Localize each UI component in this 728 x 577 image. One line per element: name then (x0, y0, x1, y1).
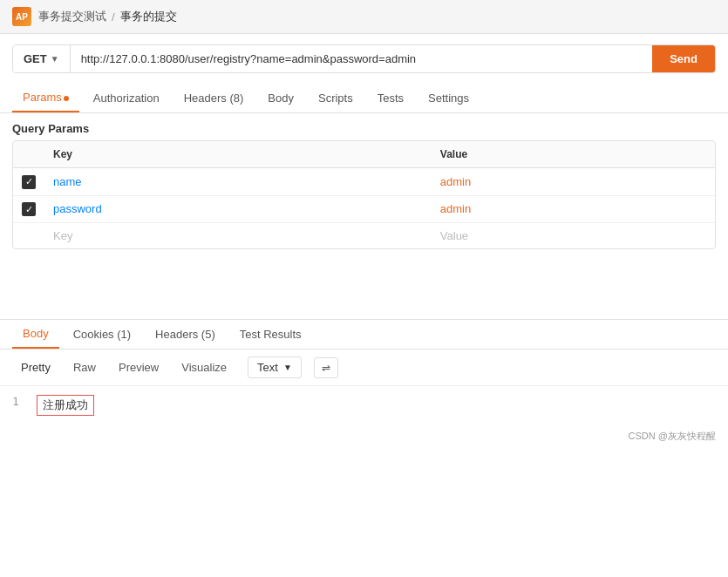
tab-settings[interactable]: Settings (418, 85, 480, 112)
table-row: Key Value (13, 223, 715, 249)
response-line: 1 注册成功 (12, 395, 716, 416)
tab-headers[interactable]: Headers (8) (173, 85, 255, 112)
col-key-header: Key (44, 141, 432, 168)
sub-tab-pretty[interactable]: Pretty (12, 357, 59, 377)
table-row: ✓ password admin (13, 195, 715, 223)
response-tab-cookies[interactable]: Cookies (1) (63, 321, 141, 348)
method-select[interactable]: GET ▼ (13, 45, 71, 72)
sub-tab-visualize[interactable]: Visualize (173, 357, 235, 377)
spacer (0, 249, 728, 319)
checkmark-icon: ✓ (25, 204, 33, 215)
breadcrumb-current[interactable]: 事务的提交 (120, 9, 177, 24)
row1-checkbox[interactable]: ✓ (22, 175, 36, 189)
tab-scripts[interactable]: Scripts (308, 85, 364, 112)
sub-tab-raw[interactable]: Raw (65, 357, 105, 377)
tab-params[interactable]: Params (12, 84, 79, 112)
query-params-label: Query Params (0, 113, 728, 140)
response-body: 1 注册成功 (0, 386, 728, 424)
url-input[interactable] (71, 45, 653, 72)
tab-tests[interactable]: Tests (367, 85, 414, 112)
wrap-lines-icon: ⇌ (322, 362, 330, 374)
line-number: 1 (12, 395, 26, 408)
breadcrumb-parent[interactable]: 事务提交测试 (38, 9, 106, 24)
sub-tab-preview[interactable]: Preview (110, 357, 167, 377)
method-label: GET (24, 52, 47, 65)
watermark: CSDN @灰灰快程醒 (629, 430, 716, 443)
format-chevron-icon: ▼ (283, 363, 292, 372)
row2-checkbox[interactable]: ✓ (22, 202, 36, 216)
app-logo: AP (12, 7, 31, 26)
tab-authorization[interactable]: Authorization (83, 85, 170, 112)
row3-checkbox-cell[interactable] (13, 223, 44, 249)
table-row: ✓ name admin (13, 168, 715, 196)
footer: CSDN @灰灰快程醒 (0, 424, 728, 448)
checkmark-icon: ✓ (25, 176, 33, 187)
response-tab-body[interactable]: Body (12, 320, 59, 349)
response-tabs: Body Cookies (1) Headers (5) Test Result… (0, 320, 728, 350)
format-select[interactable]: Text ▼ (248, 356, 302, 378)
params-dot (64, 96, 69, 101)
response-content: 注册成功 (37, 395, 94, 416)
tab-body[interactable]: Body (257, 85, 304, 112)
breadcrumb-separator: / (112, 10, 115, 24)
request-tabs: Params Authorization Headers (8) Body Sc… (0, 84, 728, 113)
params-table: Key Value ✓ name admin ✓ p (12, 140, 716, 249)
response-tab-test-results[interactable]: Test Results (229, 321, 312, 348)
response-section: Body Cookies (1) Headers (5) Test Result… (0, 319, 728, 424)
row1-key[interactable]: name (44, 168, 432, 196)
response-tab-headers[interactable]: Headers (5) (145, 321, 226, 348)
row2-checkbox-cell[interactable]: ✓ (13, 195, 44, 223)
row2-value[interactable]: admin (432, 195, 715, 223)
row1-value[interactable]: admin (432, 168, 715, 196)
row2-key[interactable]: password (44, 195, 432, 223)
format-label: Text (257, 361, 278, 374)
row3-value-placeholder[interactable]: Value (432, 223, 715, 249)
response-sub-tabs: Pretty Raw Preview Visualize Text ▼ ⇌ (0, 350, 728, 386)
method-chevron-icon: ▼ (51, 54, 59, 64)
breadcrumb: 事务提交测试 / 事务的提交 (38, 9, 177, 24)
row3-key-placeholder[interactable]: Key (44, 223, 432, 249)
top-bar: AP 事务提交测试 / 事务的提交 (0, 0, 728, 34)
url-bar: GET ▼ Send (12, 44, 716, 73)
col-check (13, 141, 44, 168)
wrap-icon[interactable]: ⇌ (314, 357, 338, 378)
col-value-header: Value (432, 141, 715, 168)
send-button[interactable]: Send (652, 45, 715, 72)
row1-checkbox-cell[interactable]: ✓ (13, 168, 44, 196)
